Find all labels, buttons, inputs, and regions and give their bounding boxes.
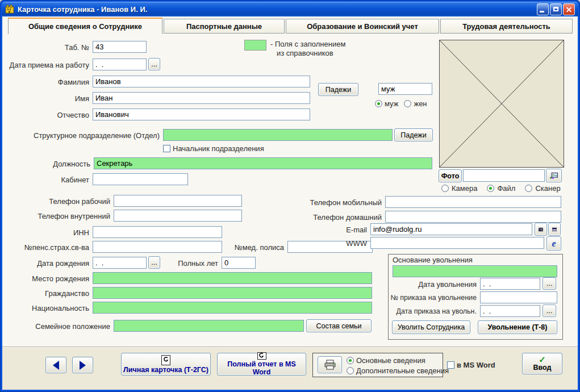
next-employee-button[interactable] bbox=[72, 357, 93, 373]
send-mail-button[interactable] bbox=[535, 223, 547, 236]
www-input[interactable] bbox=[370, 237, 544, 249]
minimize-button[interactable] bbox=[537, 3, 549, 15]
picture-icon bbox=[550, 172, 558, 180]
printer-icon bbox=[324, 360, 336, 370]
hire-date-input[interactable] bbox=[93, 59, 147, 70]
photo-button[interactable]: Фото bbox=[439, 169, 462, 182]
photo-scanner-label: Сканер bbox=[535, 184, 560, 193]
legend-text: из справочников bbox=[277, 49, 333, 57]
tab-work[interactable]: Трудовая деятельность bbox=[440, 19, 573, 34]
print-extra-info-radio[interactable] bbox=[347, 367, 354, 374]
marital-input[interactable] bbox=[114, 320, 304, 332]
print-main-info-radio[interactable] bbox=[347, 357, 354, 364]
inn-input[interactable] bbox=[93, 226, 222, 238]
tab-general[interactable]: Общие сведения о Сотруднике bbox=[8, 18, 162, 34]
maximize-icon bbox=[553, 7, 558, 11]
open-browser-button[interactable]: e bbox=[546, 236, 561, 251]
word-doc-icon bbox=[161, 355, 170, 365]
gender-female-radio[interactable] bbox=[404, 100, 411, 107]
birth-date-browse-button[interactable]: ... bbox=[148, 256, 160, 269]
dismissal-order-date-input[interactable] bbox=[480, 305, 540, 317]
tab-education[interactable]: Образование и Воинский учет bbox=[286, 19, 439, 34]
phone-mobile-label: Телефон мобильный bbox=[310, 198, 382, 207]
dismissal-date-label: Дата увольнения bbox=[418, 280, 477, 289]
hire-date-browse-button[interactable]: ... bbox=[148, 58, 160, 70]
mail-icon bbox=[539, 226, 543, 233]
phone-internal-label: Телефон внутренний bbox=[38, 212, 110, 220]
med-policy-label: №мед. полиса bbox=[235, 243, 284, 252]
birth-date-input[interactable] bbox=[93, 257, 147, 269]
photo-camera-radio[interactable] bbox=[441, 185, 449, 192]
print-button[interactable] bbox=[318, 356, 342, 373]
cases-button-name[interactable]: Падежи bbox=[318, 83, 358, 96]
citizenship-label: Гражданство bbox=[45, 289, 89, 298]
in-ms-word-checkbox[interactable] bbox=[447, 361, 454, 369]
dismissal-date-input[interactable] bbox=[480, 278, 540, 290]
gender-input[interactable] bbox=[378, 83, 432, 95]
patronymic-label: Отчество bbox=[57, 111, 89, 119]
print-main-info-label: Основные сведения bbox=[356, 356, 425, 365]
close-button[interactable] bbox=[563, 3, 575, 15]
personal-card-t2gs-button[interactable]: Личная карточка (Т-2ГС) bbox=[121, 353, 211, 376]
phone-mobile-input[interactable] bbox=[385, 196, 561, 208]
minimize-icon bbox=[540, 11, 544, 12]
dismiss-employee-button[interactable]: Уволить Сотрудника bbox=[392, 320, 470, 334]
room-input[interactable] bbox=[93, 173, 188, 185]
photo-cross-icon bbox=[440, 40, 564, 167]
tab-passport[interactable]: Паспортные данные bbox=[164, 19, 285, 34]
position-label: Должность bbox=[53, 160, 90, 168]
full-years-input[interactable] bbox=[222, 257, 256, 269]
dismissal-date-browse-button[interactable]: ... bbox=[543, 277, 556, 290]
photo-file-radio[interactable] bbox=[487, 185, 494, 192]
cases-button-department[interactable]: Падежи bbox=[394, 128, 433, 141]
firstname-input[interactable] bbox=[93, 92, 310, 104]
pension-input[interactable] bbox=[93, 241, 222, 253]
tabno-input[interactable] bbox=[93, 41, 147, 53]
photo-placeholder bbox=[439, 40, 564, 168]
dismissal-reason-input[interactable] bbox=[393, 265, 557, 277]
phone-internal-input[interactable] bbox=[114, 210, 242, 222]
department-input[interactable] bbox=[163, 129, 393, 141]
nationality-input[interactable] bbox=[93, 302, 372, 314]
employee-card-window: Карточка сотрудника - Иванов И. И. Общие… bbox=[0, 0, 580, 392]
dismissal-order-input[interactable] bbox=[480, 291, 557, 303]
dismissal-t8-button[interactable]: Увольнение (Т-8) bbox=[478, 320, 557, 334]
www-label: WWW bbox=[346, 239, 367, 248]
surname-input[interactable] bbox=[93, 76, 310, 87]
window-title: Карточка сотрудника - Иванов И. И. bbox=[18, 5, 147, 14]
citizenship-input[interactable] bbox=[93, 287, 372, 299]
phone-home-input[interactable] bbox=[385, 211, 561, 223]
window-controls bbox=[537, 3, 575, 15]
photo-load-button[interactable] bbox=[546, 169, 562, 182]
maximize-button[interactable] bbox=[550, 3, 562, 15]
word-doc-icon bbox=[257, 352, 266, 360]
full-report-word-button[interactable]: Полный отчет в MS Word bbox=[217, 353, 306, 376]
dismissal-order-label: № приказа на увольнение bbox=[390, 294, 477, 302]
position-input[interactable] bbox=[94, 157, 432, 169]
head-of-department-checkbox[interactable] bbox=[163, 145, 170, 152]
surname-label: Фамилия bbox=[58, 78, 89, 86]
marital-label: Семейное положение bbox=[35, 322, 110, 331]
dismissal-order-date-browse-button[interactable]: ... bbox=[543, 305, 556, 317]
birth-place-input[interactable] bbox=[93, 272, 372, 284]
checkmark-icon: ✓ bbox=[539, 356, 546, 363]
phone-work-input[interactable] bbox=[114, 195, 242, 207]
arrow-left-icon bbox=[53, 361, 59, 370]
photo-path-input[interactable] bbox=[463, 169, 545, 182]
hire-date-label: Дата приема на работу bbox=[10, 61, 89, 69]
photo-scanner-radio[interactable] bbox=[525, 185, 532, 192]
head-of-department-label: Начальник подразделения bbox=[173, 144, 264, 153]
patronymic-input[interactable] bbox=[93, 109, 310, 120]
arrow-right-icon bbox=[80, 361, 86, 370]
nationality-label: Национальность bbox=[32, 304, 89, 312]
titlebar[interactable]: Карточка сотрудника - Иванов И. И. bbox=[2, 2, 578, 16]
tabno-label: Таб. № bbox=[65, 43, 89, 52]
full-years-label: Полных лет bbox=[178, 259, 218, 268]
address-book-button[interactable] bbox=[548, 223, 561, 236]
enter-button[interactable]: ✓ Ввод bbox=[522, 353, 562, 374]
prev-employee-button[interactable] bbox=[45, 357, 66, 373]
family-members-button[interactable]: Состав семьи bbox=[306, 319, 372, 332]
birth-date-label: Дата рождения bbox=[37, 259, 89, 268]
email-input[interactable] bbox=[370, 223, 532, 235]
gender-male-radio[interactable] bbox=[375, 100, 382, 107]
